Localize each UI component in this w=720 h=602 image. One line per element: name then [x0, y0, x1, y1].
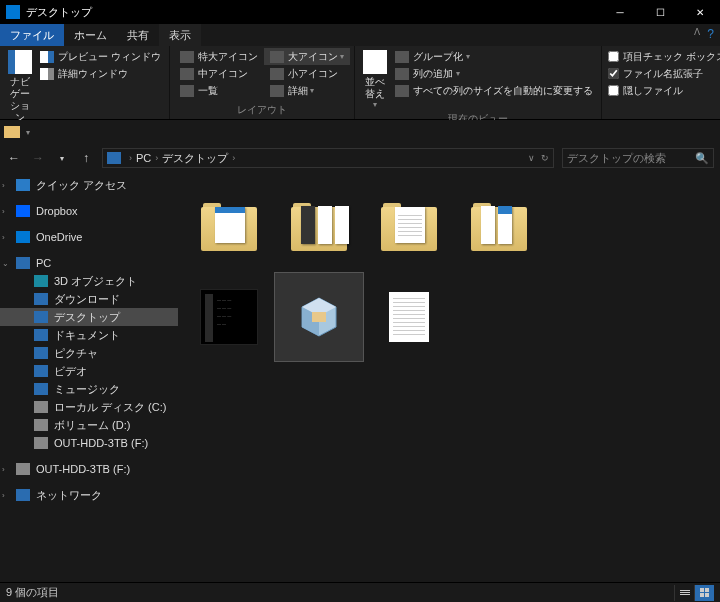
sidebar-desktop[interactable]: デスクトップ [0, 308, 178, 326]
sort-button[interactable]: 並べ替え ▾ [359, 48, 391, 112]
chevron-icon[interactable]: › [129, 153, 132, 163]
sidebar-music[interactable]: ミュージック [0, 380, 178, 398]
sidebar-local-disk-c[interactable]: ローカル ディスク (C:) [0, 398, 178, 416]
address-bar: ← → ▾ ↑ › PC › デスクトップ › ∨ ↻ デスクトップの検索 🔍 [0, 144, 720, 172]
file-item[interactable] [364, 272, 454, 362]
close-button[interactable]: ✕ [680, 0, 720, 24]
search-input[interactable]: デスクトップの検索 🔍 [562, 148, 714, 168]
pc-icon [107, 152, 121, 164]
titlebar: デスクトップ ─ ☐ ✕ [0, 0, 720, 24]
disk-icon [34, 419, 48, 431]
up-button[interactable]: ↑ [78, 150, 94, 166]
chevron-icon[interactable]: › [232, 153, 235, 163]
details-view-toggle[interactable] [674, 585, 694, 601]
extensions-checkbox[interactable] [608, 68, 619, 79]
autosize-columns-button[interactable]: すべての列のサイズを自動的に変更する [391, 82, 597, 99]
item-count: 9 個の項目 [6, 585, 59, 600]
preview-pane-button[interactable]: プレビュー ウィンドウ [36, 48, 165, 65]
tab-share[interactable]: 共有 [117, 24, 159, 46]
sidebar-out-hdd-f-root[interactable]: ›OUT-HDD-3TB (F:) [0, 460, 178, 478]
sidebar-pc[interactable]: ⌄PC [0, 254, 178, 272]
hidden-files-toggle[interactable]: 隠しファイル [606, 82, 720, 99]
folder-item[interactable] [364, 182, 454, 272]
checkboxes-checkbox[interactable] [608, 51, 619, 62]
folder-item[interactable] [274, 182, 364, 272]
sidebar-dropbox[interactable]: ›Dropbox [0, 202, 178, 220]
back-button[interactable]: ← [6, 150, 22, 166]
folder-item[interactable] [454, 182, 544, 272]
ribbon-collapse-icon[interactable]: ᐱ [694, 27, 700, 37]
sidebar-quick-access[interactable]: ›クイック アクセス [0, 176, 178, 194]
download-icon [34, 293, 48, 305]
tab-home[interactable]: ホーム [64, 24, 117, 46]
layout-m-icons[interactable]: 中アイコン [174, 65, 264, 82]
sidebar-downloads[interactable]: ダウンロード [0, 290, 178, 308]
chevron-icon[interactable]: › [155, 153, 158, 163]
layout-list[interactable]: 一覧 [174, 82, 264, 99]
checkboxes-toggle[interactable]: 項目チェック ボックス [606, 48, 720, 65]
layout-xl-icons[interactable]: 特大アイコン [174, 48, 264, 65]
document-icon [34, 329, 48, 341]
expand-icon[interactable]: › [2, 207, 12, 216]
details-pane-button[interactable]: 詳細ウィンドウ [36, 65, 165, 82]
crumb-desktop[interactable]: デスクトップ [162, 151, 228, 166]
tab-view[interactable]: 表示 [159, 24, 201, 46]
minimize-button[interactable]: ─ [600, 0, 640, 24]
star-icon [16, 179, 30, 191]
list-icon [180, 85, 194, 97]
layout-l-icons[interactable]: 大アイコン▾ [264, 48, 350, 65]
ribbon-group-current-view: 並べ替え ▾ グループ化▾ 列の追加▾ すべての列のサイズを自動的に変更する 現… [355, 46, 602, 119]
sidebar-videos[interactable]: ビデオ [0, 362, 178, 380]
sidebar-documents[interactable]: ドキュメント [0, 326, 178, 344]
extensions-toggle[interactable]: ファイル名拡張子 [606, 65, 720, 82]
layout-details[interactable]: 詳細▾ [264, 82, 350, 99]
sidebar-out-hdd-f[interactable]: OUT-HDD-3TB (F:) [0, 434, 178, 452]
tab-file[interactable]: ファイル [0, 24, 64, 46]
crumb-pc[interactable]: PC [136, 152, 151, 164]
group-by-button[interactable]: グループ化▾ [391, 48, 597, 65]
sidebar-pictures[interactable]: ピクチャ [0, 344, 178, 362]
dark-file-icon: — — —— — —— — —— — [200, 289, 258, 345]
ribbon-group-show-hide: 項目チェック ボックス ファイル名拡張子 隠しファイル 選択した項目を 表示しな… [602, 46, 720, 119]
quick-access-toolbar: ▾ [0, 120, 720, 144]
qat-dropdown-icon[interactable]: ▾ [26, 128, 30, 137]
cube-icon [34, 275, 48, 287]
breadcrumb[interactable]: › PC › デスクトップ › ∨ ↻ [102, 148, 554, 168]
preview-icon [40, 51, 54, 63]
autosize-icon [395, 85, 409, 97]
sidebar-onedrive[interactable]: ›OneDrive [0, 228, 178, 246]
hidden-checkbox[interactable] [608, 85, 619, 96]
disk-icon [34, 401, 48, 413]
expand-icon[interactable]: › [2, 465, 12, 474]
sidebar-volume-d[interactable]: ボリューム (D:) [0, 416, 178, 434]
expand-icon[interactable]: › [2, 181, 12, 190]
network-icon [16, 489, 30, 501]
ribbon: ナビゲーション ウィンドウ ▾ プレビュー ウィンドウ 詳細ウィンドウ ペイン … [0, 46, 720, 120]
collapse-icon[interactable]: ⌄ [2, 259, 12, 268]
layout-s-icons[interactable]: 小アイコン [264, 65, 350, 82]
expand-icon[interactable]: › [2, 233, 12, 242]
icons-view-toggle[interactable] [694, 585, 714, 601]
folder-qat-icon[interactable] [4, 126, 20, 138]
add-columns-button[interactable]: 列の追加▾ [391, 65, 597, 82]
text-file-icon [389, 292, 429, 342]
help-icon[interactable]: ? [707, 27, 714, 41]
sidebar-network[interactable]: ›ネットワーク [0, 486, 178, 504]
svg-rect-3 [312, 312, 326, 322]
refresh-icon[interactable]: ↻ [541, 153, 549, 163]
maximize-button[interactable]: ☐ [640, 0, 680, 24]
content-pane[interactable]: — — —— — —— — —— — [178, 172, 720, 582]
sidebar-3d-objects[interactable]: 3D オブジェクト [0, 272, 178, 290]
recent-dropdown[interactable]: ▾ [54, 150, 70, 166]
pc-icon [16, 257, 30, 269]
file-item-selected[interactable] [274, 272, 364, 362]
expand-icon[interactable]: › [2, 491, 12, 500]
dropdown-icon[interactable]: ∨ [528, 153, 535, 163]
forward-button[interactable]: → [30, 150, 46, 166]
folder-item[interactable] [184, 182, 274, 272]
dropbox-icon [16, 205, 30, 217]
nav-window-icon [8, 50, 32, 74]
search-icon[interactable]: 🔍 [695, 152, 709, 165]
file-item[interactable]: — — —— — —— — —— — [184, 272, 274, 362]
status-bar: 9 個の項目 [0, 582, 720, 602]
